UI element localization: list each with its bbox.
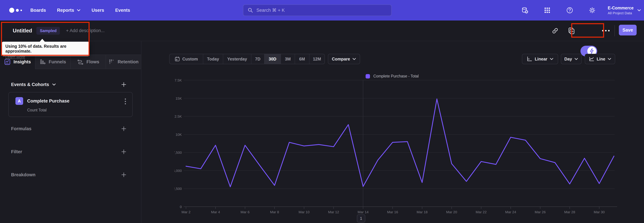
svg-text:5,000: 5,000 (174, 169, 182, 173)
svg-text:Mar 28: Mar 28 (564, 210, 575, 214)
line-chart-icon (589, 56, 594, 62)
chevron-down-icon (52, 83, 56, 86)
add-description-field[interactable]: + Add description... (66, 28, 104, 33)
retention-icon (108, 59, 114, 65)
scale-dropdown[interactable]: Linear (522, 54, 558, 64)
svg-text:Mar 12: Mar 12 (328, 210, 339, 214)
svg-text:17.5K: 17.5K (174, 78, 182, 82)
svg-text:7,500: 7,500 (174, 151, 182, 154)
search-icon (248, 8, 253, 13)
tooltip-arrow (40, 39, 45, 42)
svg-text:Mar 4: Mar 4 (211, 210, 220, 214)
svg-text:Mar 8: Mar 8 (270, 210, 279, 214)
nav-right-cluster: E-Commerce All Project Data (521, 0, 641, 21)
compare-dropdown[interactable]: Compare (328, 54, 360, 64)
range-7d[interactable]: 7D (251, 54, 264, 64)
svg-text:Mar 20: Mar 20 (446, 210, 457, 214)
events-cohorts-header: Events & Cohorts (0, 80, 141, 89)
chevron-down-icon (550, 58, 554, 60)
range-30d[interactable]: 30D (264, 54, 280, 64)
svg-text:12.5K: 12.5K (174, 115, 182, 118)
svg-text:15K: 15K (176, 96, 182, 100)
search-input[interactable]: Search ⌘ + K (243, 5, 392, 16)
copy-to-board-icon[interactable] (566, 21, 576, 41)
nav-item-events[interactable]: Events (115, 8, 130, 13)
project-name: E-Commerce (608, 6, 634, 11)
search-placeholder: Search ⌘ + K (256, 8, 285, 13)
range-today[interactable]: Today (203, 54, 223, 64)
chevron-down-icon (574, 58, 578, 60)
line-chart-canvas[interactable]: 17.5K15K12.5K10K7,5005,0002,5000Mar 2Mar… (174, 77, 624, 223)
save-button[interactable]: Save (619, 25, 636, 36)
chevron-down-icon (608, 58, 611, 60)
formulas-section: Formulas (0, 124, 141, 133)
breakdown-section: Breakdown (0, 170, 141, 179)
tooltip-message: Using 10% of data. Results are approxima… (5, 44, 86, 54)
calendar-icon (174, 56, 180, 62)
flows-icon (77, 59, 84, 65)
add-breakdown-button[interactable] (121, 172, 126, 178)
formulas-label: Formulas (11, 126, 32, 131)
svg-text:Mar 16: Mar 16 (387, 210, 398, 214)
event-name[interactable]: Complete Purchase (27, 98, 70, 104)
add-event-button[interactable] (121, 82, 126, 87)
nav-item-boards[interactable]: Boards (30, 8, 46, 13)
copy-link-icon[interactable] (550, 21, 560, 41)
nav-item-reports[interactable]: Reports (57, 8, 80, 13)
add-filter-button[interactable] (121, 149, 126, 155)
sampled-badge[interactable]: Sampled (36, 27, 60, 35)
svg-text:Mar 26: Mar 26 (535, 210, 546, 214)
svg-text:Mar 24: Mar 24 (505, 210, 516, 214)
linear-axis-icon (526, 56, 532, 62)
event-series-chip: A (16, 97, 23, 105)
filter-section: Filter (0, 147, 141, 156)
report-builder-sidebar: Insights Funnels (0, 41, 142, 223)
learn-more-link[interactable]: Learn More (5, 55, 25, 59)
svg-text:Mar 2: Mar 2 (182, 210, 190, 214)
chart-type-dropdown[interactable]: Line (585, 54, 615, 64)
project-switcher[interactable]: E-Commerce All Project Data (608, 6, 641, 15)
tab-retention[interactable]: Retention (106, 55, 141, 69)
settings-gear-icon[interactable] (589, 7, 596, 14)
app-window: Boards Reports Users Events Search ⌘ + K (0, 0, 644, 223)
chevron-down-icon (637, 9, 641, 12)
funnels-icon (40, 59, 46, 65)
top-nav: Boards Reports Users Events Search ⌘ + K (0, 0, 644, 21)
data-management-icon[interactable] (521, 7, 528, 14)
nav-links: Boards Reports Users Events (30, 8, 130, 13)
breakdown-label: Breakdown (11, 172, 36, 177)
range-12m[interactable]: 12M (309, 54, 324, 64)
chevron-down-icon (77, 9, 80, 12)
range-6m[interactable]: 6M (295, 54, 309, 64)
svg-text:Mar 18: Mar 18 (416, 210, 428, 214)
event-card[interactable]: A Complete Purchase Count Total (8, 92, 133, 117)
tab-label: Flows (86, 59, 100, 65)
date-range-selector: Custom Today Yesterday 7D 30D 3M 6M 12M (169, 54, 325, 64)
page-indicator[interactable]: 1 (357, 214, 365, 222)
svg-text:Mar 14: Mar 14 (358, 210, 368, 214)
nav-item-users[interactable]: Users (92, 8, 104, 13)
help-icon[interactable] (566, 7, 573, 14)
svg-text:2,500: 2,500 (174, 187, 182, 191)
mixpanel-logo-icon[interactable] (9, 8, 26, 13)
range-yesterday[interactable]: Yesterday (223, 54, 251, 64)
add-formula-button[interactable] (121, 126, 126, 132)
tab-label: Retention (118, 59, 138, 65)
report-header-bar: Untitled Sampled + Add description... (0, 21, 644, 41)
filter-label: Filter (11, 149, 22, 154)
svg-text:0: 0 (180, 205, 182, 209)
sampling-tooltip: Using 10% of data. Results are approxima… (2, 42, 90, 56)
events-cohorts-title[interactable]: Events & Cohorts (11, 82, 56, 87)
report-title[interactable]: Untitled (13, 28, 32, 34)
event-options-button[interactable] (124, 98, 126, 105)
range-3m[interactable]: 3M (280, 54, 295, 64)
insights-icon (4, 59, 10, 65)
granularity-dropdown[interactable]: Day (561, 54, 582, 64)
svg-text:Mar 22: Mar 22 (476, 210, 486, 214)
more-options-button[interactable] (602, 21, 610, 41)
tab-label: Insights (14, 59, 31, 65)
project-scope: All Project Data (608, 11, 634, 15)
event-metric[interactable]: Count Total (27, 108, 46, 113)
apps-grid-icon[interactable] (544, 7, 551, 14)
range-custom[interactable]: Custom (170, 54, 203, 64)
